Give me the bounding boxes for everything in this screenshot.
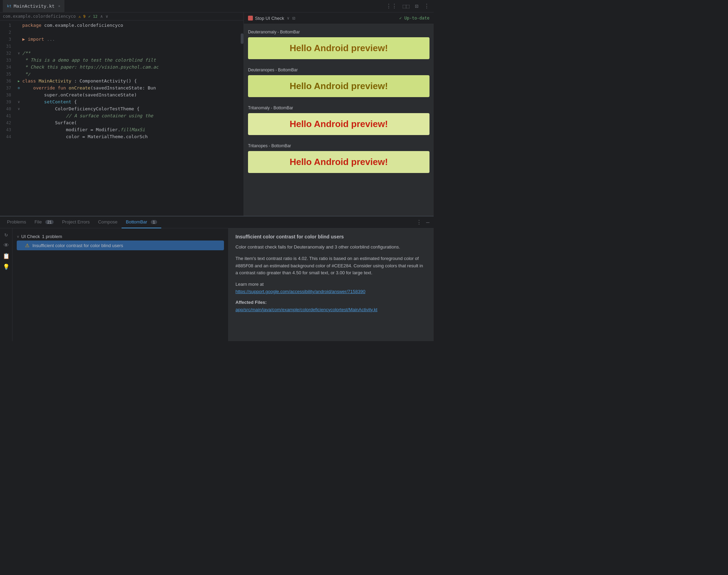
gutter-icon: ⊙ bbox=[15, 85, 22, 92]
code-line: 1package com.example.colordeficiencyco bbox=[0, 22, 243, 29]
line-content: ColorDeficiencyColorTestTheme { bbox=[22, 105, 140, 112]
detail-body2: The item's text contrast ratio is 4.02. … bbox=[235, 255, 427, 277]
bottom-content: ↻ 👁 📋 💡 ∨ UI Check 1 problem ⚠ Insuffici… bbox=[0, 228, 434, 341]
code-line: 41 // A surface container using the bbox=[0, 112, 243, 119]
layout-icon[interactable]: ⬚⬚ bbox=[401, 2, 411, 10]
line-content: class MainActivity : ComponentActivity()… bbox=[22, 78, 137, 85]
detail-title: Insufficient color contrast for color bl… bbox=[235, 234, 427, 239]
code-line: 40∨ ColorDeficiencyColorTestTheme { bbox=[0, 105, 243, 112]
preview-card: Hello Android preview! bbox=[248, 113, 429, 135]
bottom-tab-bottombar[interactable]: BottomBar1 bbox=[122, 216, 161, 228]
kotlin-icon: kt bbox=[7, 4, 11, 8]
code-line: 34 * Check this paper: https://vision.ps… bbox=[0, 64, 243, 71]
issue-text: Insufficient color contrast for color bl… bbox=[32, 243, 123, 248]
preview-card: Hello Android preview! bbox=[248, 75, 429, 97]
gutter-icon bbox=[15, 71, 22, 78]
detail-body1: Color contrast check fails for Deuterano… bbox=[235, 244, 427, 251]
gutter-icon bbox=[15, 57, 22, 64]
preview-header: Stop UI Check ∨ ⊡ ✓ Up-to-date bbox=[244, 13, 434, 24]
scrollbar[interactable] bbox=[241, 33, 243, 44]
gutter-icon bbox=[15, 126, 22, 133]
grid-icon[interactable]: ⋮⋮ bbox=[385, 2, 398, 10]
learn-more-link[interactable]: https://support.google.com/accessibility… bbox=[235, 289, 365, 294]
preview-section: Tritanopes - BottomBarHello Android prev… bbox=[248, 143, 429, 173]
bottom-tab-problems[interactable]: Problems bbox=[3, 216, 30, 228]
bottom-tab-project-errors[interactable]: Project Errors bbox=[58, 216, 94, 228]
stop-ui-check-button[interactable]: Stop UI Check bbox=[248, 16, 284, 21]
preview-section: Deuteranomaly - BottomBarHello Android p… bbox=[248, 30, 429, 59]
minimize-icon[interactable]: — bbox=[425, 218, 431, 226]
tab-mainactivity[interactable]: kt MainActivity.kt × bbox=[3, 0, 65, 13]
code-line: 39∨ setContent { bbox=[0, 99, 243, 105]
gutter-icon bbox=[15, 119, 22, 126]
preview-section-label: Deuteranomaly - BottomBar bbox=[248, 30, 429, 34]
ui-check-count: 1 problem bbox=[42, 234, 62, 239]
code-line: 43 modifier = Modifier.fillMaxSi bbox=[0, 126, 243, 133]
line-number: 3 bbox=[0, 36, 15, 43]
code-panel: com.example.colordeficiencyco ⚠ 9 ✓ 12 ∧… bbox=[0, 13, 244, 216]
gutter-icon: ▶ bbox=[15, 78, 22, 85]
preview-icon[interactable]: ⊡ bbox=[413, 2, 420, 10]
preview-section-label: Deuteranopes - BottomBar bbox=[248, 68, 429, 72]
gutter-icon bbox=[15, 92, 22, 99]
line-number: 37 bbox=[0, 85, 15, 92]
learn-more-label: Learn more at bbox=[235, 282, 264, 287]
nav-down-arrow[interactable]: ∨ bbox=[106, 14, 108, 19]
tab-list: kt MainActivity.kt × bbox=[3, 0, 65, 13]
line-number: 40 bbox=[0, 105, 15, 112]
detail-learn-more: Learn more at https://support.google.com… bbox=[235, 281, 427, 296]
tab-count-badge: 21 bbox=[45, 220, 54, 224]
affected-file-link[interactable]: app/src/main/java/com/example/colordefic… bbox=[235, 307, 377, 312]
affected-files-label: Affected Files: bbox=[235, 300, 427, 305]
line-number: 35 bbox=[0, 71, 15, 78]
expand-icon[interactable]: ∨ bbox=[17, 235, 19, 238]
code-line: 36▶class MainActivity : ComponentActivit… bbox=[0, 78, 243, 85]
stop-chevron-icon[interactable]: ∨ bbox=[287, 16, 289, 21]
preview-card: Hello Android preview! bbox=[248, 151, 429, 173]
refresh-icon[interactable]: ↻ bbox=[5, 231, 8, 238]
tab-bar: kt MainActivity.kt × ⋮⋮ ⬚⬚ ⊡ ⋮ bbox=[0, 0, 434, 13]
preview-section: Tritanomaly - BottomBarHello Android pre… bbox=[248, 105, 429, 135]
gutter-icon bbox=[15, 133, 22, 140]
code-line: 31 bbox=[0, 43, 243, 50]
preview-card-text: Hello Android preview! bbox=[289, 157, 388, 167]
ui-check-group: ∨ UI Check 1 problem ⚠ Insufficient colo… bbox=[14, 231, 227, 252]
nav-up-arrow[interactable]: ∧ bbox=[100, 14, 103, 19]
eye-icon[interactable]: 👁 bbox=[3, 242, 9, 249]
code-line: 3▶ import ... bbox=[0, 36, 243, 43]
tab-close-button[interactable]: × bbox=[58, 4, 61, 8]
issue-item-contrast[interactable]: ⚠ Insufficient color contrast for color … bbox=[17, 241, 224, 250]
bottom-tab-file[interactable]: File21 bbox=[30, 216, 58, 228]
line-content: modifier = Modifier.fillMaxSi bbox=[22, 126, 145, 133]
preview-section-label: Tritanopes - BottomBar bbox=[248, 143, 429, 148]
gutter-icon bbox=[15, 64, 22, 71]
code-line: 37⊙ override fun onCreate(savedInstanceS… bbox=[0, 85, 243, 92]
preview-section-label: Tritanomaly - BottomBar bbox=[248, 105, 429, 110]
stop-button-label: Stop UI Check bbox=[255, 16, 284, 21]
breadcrumb: com.example.colordeficiencyco bbox=[3, 14, 76, 19]
line-number: 43 bbox=[0, 126, 15, 133]
more-icon[interactable]: ⋮ bbox=[423, 2, 431, 10]
check-badge: ✓ 12 bbox=[88, 14, 98, 19]
preview-card-text: Hello Android preview! bbox=[289, 119, 388, 129]
line-content: */ bbox=[22, 71, 30, 78]
bottom-tab-bar: ProblemsFile21Project ErrorsComposeBotto… bbox=[0, 216, 434, 228]
code-line: 42 Surface( bbox=[0, 119, 243, 126]
preview-card-text: Hello Android preview! bbox=[289, 43, 388, 54]
line-number: 44 bbox=[0, 133, 15, 140]
bottom-tab-compose[interactable]: Compose bbox=[94, 216, 122, 228]
tab-bar-actions: ⋮ — bbox=[415, 218, 431, 226]
gutter-icon bbox=[15, 36, 22, 43]
line-content: override fun onCreate(savedInstanceState… bbox=[22, 85, 156, 92]
bulb-icon[interactable]: 💡 bbox=[3, 263, 10, 270]
list-icon[interactable]: 📋 bbox=[3, 253, 10, 259]
preview-card-text: Hello Android preview! bbox=[289, 81, 388, 92]
code-line: 32∨/** bbox=[0, 50, 243, 57]
split-view-icon[interactable]: ⊡ bbox=[292, 15, 295, 21]
more-tabs-icon[interactable]: ⋮ bbox=[415, 218, 423, 226]
line-content: super.onCreate(savedInstanceState) bbox=[22, 92, 137, 99]
line-content: setContent { bbox=[22, 99, 77, 105]
status-badge: ✓ Up-to-date bbox=[399, 16, 429, 21]
line-number: 39 bbox=[0, 99, 15, 105]
tab-filename: MainActivity.kt bbox=[14, 3, 54, 9]
